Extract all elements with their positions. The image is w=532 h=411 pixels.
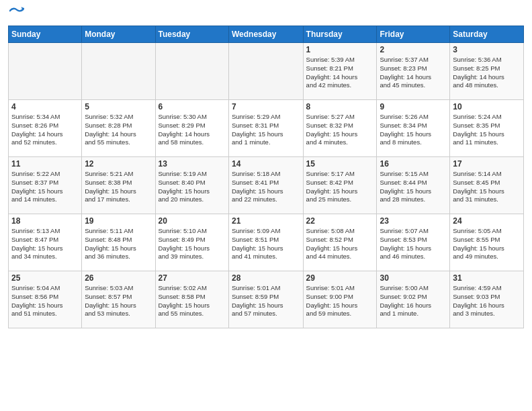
day-number: 18 — [11, 216, 79, 226]
day-info: Sunrise: 5:03 AM Sunset: 8:57 PM Dayligh… — [85, 284, 152, 318]
day-info: Sunrise: 5:00 AM Sunset: 9:02 PM Dayligh… — [380, 284, 447, 318]
calendar-cell: 30Sunrise: 5:00 AM Sunset: 9:02 PM Dayli… — [377, 271, 450, 328]
day-number: 31 — [453, 273, 521, 283]
calendar-cell: 23Sunrise: 5:07 AM Sunset: 8:53 PM Dayli… — [377, 214, 450, 271]
day-header-thursday: Thursday — [303, 26, 377, 43]
calendar-cell: 11Sunrise: 5:22 AM Sunset: 8:37 PM Dayli… — [9, 157, 82, 214]
day-number: 13 — [159, 159, 226, 169]
calendar-cell — [82, 43, 155, 100]
day-header-tuesday: Tuesday — [155, 26, 228, 43]
calendar-cell: 2Sunrise: 5:37 AM Sunset: 8:23 PM Daylig… — [377, 43, 450, 100]
calendar-cell: 28Sunrise: 5:01 AM Sunset: 8:59 PM Dayli… — [228, 271, 303, 328]
calendar-cell: 22Sunrise: 5:08 AM Sunset: 8:52 PM Dayli… — [303, 214, 377, 271]
calendar-cell: 16Sunrise: 5:15 AM Sunset: 8:44 PM Dayli… — [377, 157, 450, 214]
calendar-table: SundayMondayTuesdayWednesdayThursdayFrid… — [8, 26, 524, 328]
day-number: 10 — [453, 102, 521, 111]
calendar-cell: 3Sunrise: 5:36 AM Sunset: 8:25 PM Daylig… — [450, 43, 524, 100]
calendar-week-3: 11Sunrise: 5:22 AM Sunset: 8:37 PM Dayli… — [9, 157, 524, 214]
day-info: Sunrise: 5:05 AM Sunset: 8:55 PM Dayligh… — [453, 227, 521, 261]
calendar-cell: 15Sunrise: 5:17 AM Sunset: 8:42 PM Dayli… — [303, 157, 377, 214]
day-info: Sunrise: 4:59 AM Sunset: 9:03 PM Dayligh… — [453, 284, 521, 318]
calendar-cell: 18Sunrise: 5:13 AM Sunset: 8:47 PM Dayli… — [9, 214, 82, 271]
day-number: 12 — [85, 159, 152, 169]
calendar-week-5: 25Sunrise: 5:04 AM Sunset: 8:56 PM Dayli… — [9, 271, 524, 328]
calendar-cell: 19Sunrise: 5:11 AM Sunset: 8:48 PM Dayli… — [82, 214, 155, 271]
day-info: Sunrise: 5:36 AM Sunset: 8:25 PM Dayligh… — [453, 56, 521, 90]
day-info: Sunrise: 5:21 AM Sunset: 8:38 PM Dayligh… — [85, 170, 152, 204]
day-info: Sunrise: 5:10 AM Sunset: 8:49 PM Dayligh… — [159, 227, 226, 261]
day-number: 9 — [380, 102, 447, 111]
day-number: 11 — [11, 159, 79, 169]
day-info: Sunrise: 5:01 AM Sunset: 9:00 PM Dayligh… — [306, 284, 374, 318]
day-number: 29 — [306, 273, 374, 283]
day-info: Sunrise: 5:26 AM Sunset: 8:34 PM Dayligh… — [380, 113, 447, 147]
day-info: Sunrise: 5:27 AM Sunset: 8:32 PM Dayligh… — [306, 113, 374, 147]
calendar-cell: 7Sunrise: 5:29 AM Sunset: 8:31 PM Daylig… — [228, 100, 303, 157]
day-info: Sunrise: 5:24 AM Sunset: 8:35 PM Dayligh… — [453, 113, 521, 147]
day-number: 22 — [306, 216, 374, 226]
day-number: 4 — [11, 102, 79, 111]
calendar-cell: 25Sunrise: 5:04 AM Sunset: 8:56 PM Dayli… — [9, 271, 82, 328]
day-info: Sunrise: 5:22 AM Sunset: 8:37 PM Dayligh… — [11, 170, 79, 204]
calendar-week-2: 4Sunrise: 5:34 AM Sunset: 8:26 PM Daylig… — [9, 100, 524, 157]
day-info: Sunrise: 5:14 AM Sunset: 8:45 PM Dayligh… — [453, 170, 521, 204]
day-number: 15 — [306, 159, 374, 169]
calendar-cell — [9, 43, 82, 100]
calendar-week-4: 18Sunrise: 5:13 AM Sunset: 8:47 PM Dayli… — [9, 214, 524, 271]
calendar-cell: 24Sunrise: 5:05 AM Sunset: 8:55 PM Dayli… — [450, 214, 524, 271]
logo-icon — [9, 4, 24, 19]
day-info: Sunrise: 5:34 AM Sunset: 8:26 PM Dayligh… — [11, 113, 79, 147]
day-header-saturday: Saturday — [450, 26, 524, 43]
calendar-cell: 29Sunrise: 5:01 AM Sunset: 9:00 PM Dayli… — [303, 271, 377, 328]
calendar-cell: 1Sunrise: 5:39 AM Sunset: 8:21 PM Daylig… — [303, 43, 377, 100]
day-info: Sunrise: 5:07 AM Sunset: 8:53 PM Dayligh… — [380, 227, 447, 261]
day-number: 26 — [85, 273, 152, 283]
day-header-monday: Monday — [82, 26, 155, 43]
day-number: 30 — [380, 273, 447, 283]
day-info: Sunrise: 5:37 AM Sunset: 8:23 PM Dayligh… — [380, 56, 447, 90]
day-number: 24 — [453, 216, 521, 226]
calendar-cell: 12Sunrise: 5:21 AM Sunset: 8:38 PM Dayli… — [82, 157, 155, 214]
day-number: 21 — [232, 216, 300, 226]
day-info: Sunrise: 5:17 AM Sunset: 8:42 PM Dayligh… — [306, 170, 374, 204]
calendar-cell — [228, 43, 303, 100]
day-number: 5 — [85, 102, 152, 111]
day-number: 8 — [306, 102, 374, 111]
day-info: Sunrise: 5:04 AM Sunset: 8:56 PM Dayligh… — [11, 284, 79, 318]
day-info: Sunrise: 5:30 AM Sunset: 8:29 PM Dayligh… — [159, 113, 226, 147]
calendar-week-1: 1Sunrise: 5:39 AM Sunset: 8:21 PM Daylig… — [9, 43, 524, 100]
day-number: 3 — [453, 45, 521, 54]
day-info: Sunrise: 5:39 AM Sunset: 8:21 PM Dayligh… — [306, 56, 374, 90]
day-number: 14 — [232, 159, 300, 169]
day-header-friday: Friday — [377, 26, 450, 43]
day-number: 6 — [159, 102, 226, 111]
day-number: 23 — [380, 216, 447, 226]
day-number: 25 — [11, 273, 79, 283]
calendar-cell: 5Sunrise: 5:32 AM Sunset: 8:28 PM Daylig… — [82, 100, 155, 157]
day-info: Sunrise: 5:08 AM Sunset: 8:52 PM Dayligh… — [306, 227, 374, 261]
day-number: 20 — [159, 216, 226, 226]
day-header-sunday: Sunday — [9, 26, 82, 43]
day-info: Sunrise: 5:09 AM Sunset: 8:51 PM Dayligh… — [232, 227, 300, 261]
day-number: 17 — [453, 159, 521, 169]
day-info: Sunrise: 5:02 AM Sunset: 8:58 PM Dayligh… — [159, 284, 226, 318]
day-header-wednesday: Wednesday — [228, 26, 303, 43]
day-number: 2 — [380, 45, 447, 54]
calendar-cell: 14Sunrise: 5:18 AM Sunset: 8:41 PM Dayli… — [228, 157, 303, 214]
day-number: 16 — [380, 159, 447, 169]
calendar-cell: 9Sunrise: 5:26 AM Sunset: 8:34 PM Daylig… — [377, 100, 450, 157]
calendar-cell: 31Sunrise: 4:59 AM Sunset: 9:03 PM Dayli… — [450, 271, 524, 328]
logo — [8, 7, 24, 21]
day-number: 28 — [232, 273, 300, 283]
day-info: Sunrise: 5:01 AM Sunset: 8:59 PM Dayligh… — [232, 284, 300, 318]
day-info: Sunrise: 5:13 AM Sunset: 8:47 PM Dayligh… — [11, 227, 79, 261]
day-info: Sunrise: 5:15 AM Sunset: 8:44 PM Dayligh… — [380, 170, 447, 204]
calendar-cell: 26Sunrise: 5:03 AM Sunset: 8:57 PM Dayli… — [82, 271, 155, 328]
day-info: Sunrise: 5:11 AM Sunset: 8:48 PM Dayligh… — [85, 227, 152, 261]
day-info: Sunrise: 5:29 AM Sunset: 8:31 PM Dayligh… — [232, 113, 300, 147]
calendar-cell: 27Sunrise: 5:02 AM Sunset: 8:58 PM Dayli… — [155, 271, 228, 328]
calendar-cell: 10Sunrise: 5:24 AM Sunset: 8:35 PM Dayli… — [450, 100, 524, 157]
page-header — [8, 7, 524, 21]
calendar-cell — [155, 43, 228, 100]
calendar-cell: 4Sunrise: 5:34 AM Sunset: 8:26 PM Daylig… — [9, 100, 82, 157]
